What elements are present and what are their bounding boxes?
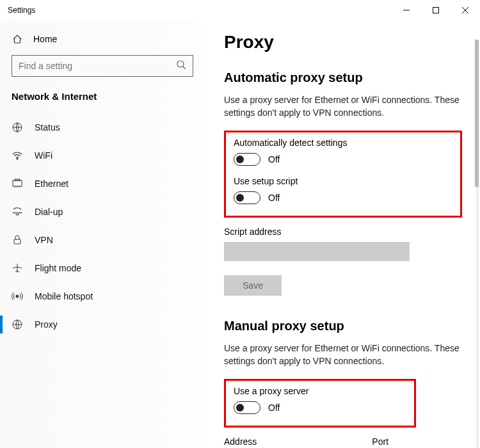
search-input[interactable] — [19, 61, 176, 71]
svg-rect-8 — [13, 180, 22, 186]
dialup-icon — [12, 206, 23, 218]
script-address-label: Script address — [224, 227, 462, 237]
minimize-button[interactable] — [392, 0, 421, 20]
manual-highlight: Use a proxy server Off — [224, 379, 416, 428]
sidebar-item-label: Proxy — [35, 319, 58, 330]
auto-detect-label: Automatically detect settings — [234, 138, 452, 148]
sidebar-item-hotspot[interactable]: Mobile hotspot — [12, 282, 193, 310]
maximize-button[interactable] — [421, 0, 451, 20]
sidebar-item-label: Ethernet — [35, 179, 68, 189]
sidebar-item-status[interactable]: Status — [12, 113, 193, 141]
home-link[interactable]: Home — [12, 28, 193, 55]
sidebar-item-vpn[interactable]: VPN — [12, 226, 193, 254]
scrollbar[interactable] — [476, 40, 479, 448]
sidebar-item-ethernet[interactable]: Ethernet — [12, 170, 193, 198]
auto-desc: Use a proxy server for Ethernet or WiFi … — [224, 94, 461, 119]
sidebar-item-wifi[interactable]: WiFi — [12, 141, 193, 170]
sidebar-item-label: Mobile hotspot — [35, 291, 93, 301]
titlebar: Settings — [0, 0, 480, 20]
home-label: Home — [33, 34, 57, 44]
sidebar-item-proxy[interactable]: Proxy — [12, 310, 193, 339]
section-heading: Network & Internet — [12, 91, 193, 102]
svg-line-5 — [183, 67, 186, 69]
content-pane: Proxy Automatic proxy setup Use a proxy … — [205, 20, 480, 448]
window-title: Settings — [8, 6, 35, 15]
scrollbar-thumb[interactable] — [475, 40, 479, 187]
script-address-input[interactable] — [224, 242, 410, 261]
manual-heading: Manual proxy setup — [224, 319, 462, 333]
sidebar-item-label: Flight mode — [35, 263, 81, 273]
use-proxy-state: Off — [268, 403, 280, 413]
svg-point-12 — [16, 295, 19, 298]
sidebar-item-label: Dial-up — [35, 207, 63, 217]
svg-rect-9 — [15, 179, 20, 180]
svg-point-4 — [177, 61, 184, 67]
svg-point-7 — [17, 158, 18, 159]
save-button[interactable]: Save — [224, 275, 282, 296]
address-label: Address — [224, 436, 257, 447]
use-proxy-toggle[interactable] — [234, 401, 260, 414]
auto-detect-toggle[interactable] — [234, 153, 260, 166]
proxy-icon — [12, 319, 23, 330]
wifi-icon — [12, 150, 23, 161]
sidebar-item-dialup[interactable]: Dial-up — [12, 198, 193, 226]
home-icon — [12, 33, 23, 45]
airplane-icon — [12, 262, 23, 274]
hotspot-icon — [12, 291, 23, 302]
manual-desc: Use a proxy server for Ethernet or WiFi … — [224, 342, 461, 367]
sidebar-item-label: Status — [35, 122, 60, 132]
sidebar: Home Network & Internet Status WiFi — [0, 20, 205, 448]
page-title: Proxy — [224, 32, 462, 52]
setup-script-toggle[interactable] — [234, 191, 260, 204]
sidebar-item-label: VPN — [35, 235, 53, 245]
svg-point-10 — [16, 212, 19, 215]
sidebar-item-label: WiFi — [35, 150, 52, 161]
vpn-icon — [12, 234, 23, 246]
auto-heading: Automatic proxy setup — [224, 70, 462, 85]
ethernet-icon — [12, 178, 23, 189]
svg-rect-1 — [433, 8, 439, 13]
svg-rect-11 — [14, 239, 20, 244]
search-icon — [176, 60, 186, 72]
status-icon — [12, 122, 23, 133]
auto-highlight: Automatically detect settings Off Use se… — [224, 131, 462, 218]
setup-script-state: Off — [268, 193, 280, 203]
close-button[interactable] — [451, 0, 480, 20]
use-proxy-label: Use a proxy server — [234, 386, 406, 396]
auto-detect-state: Off — [268, 154, 280, 164]
sidebar-item-flightmode[interactable]: Flight mode — [12, 254, 193, 282]
setup-script-label: Use setup script — [234, 176, 452, 186]
search-box[interactable] — [12, 55, 193, 77]
port-label: Port — [372, 436, 388, 447]
